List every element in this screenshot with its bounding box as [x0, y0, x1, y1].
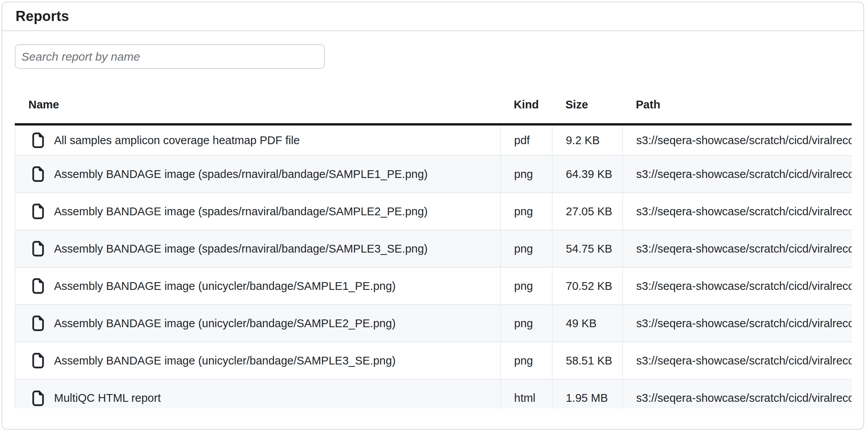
report-size: 49 KB	[552, 305, 623, 342]
file-icon	[32, 353, 44, 368]
table-header: Name Kind Size Path	[15, 86, 852, 124]
column-header-size: Size	[552, 86, 623, 124]
table-row[interactable]: Assembly BANDAGE image (spades/rnaviral/…	[15, 230, 852, 267]
report-kind: png	[500, 305, 552, 342]
file-icon	[32, 278, 44, 294]
report-path: s3://seqera-showcase/scratch/cicd/viralr…	[623, 124, 852, 155]
column-header-kind: Kind	[500, 86, 552, 124]
report-path: s3://seqera-showcase/scratch/cicd/viralr…	[623, 267, 852, 305]
report-name: All samples amplicon coverage heatmap PD…	[54, 134, 300, 147]
report-size: 27.05 KB	[552, 193, 623, 230]
column-header-name: Name	[15, 86, 500, 124]
report-size: 1.95 MB	[552, 379, 623, 408]
file-icon	[32, 241, 44, 256]
report-path: s3://seqera-showcase/scratch/cicd/viralr…	[623, 342, 852, 379]
report-kind: png	[500, 230, 552, 267]
report-size: 64.39 KB	[552, 155, 623, 193]
report-path: s3://seqera-showcase/scratch/cicd/viralr…	[623, 230, 852, 267]
file-icon	[32, 166, 44, 182]
file-icon	[32, 133, 44, 148]
table-row[interactable]: Assembly BANDAGE image (spades/rnaviral/…	[15, 193, 852, 230]
report-kind: png	[500, 267, 552, 305]
report-name: Assembly BANDAGE image (spades/rnaviral/…	[54, 168, 428, 181]
table-row[interactable]: Assembly BANDAGE image (unicycler/bandag…	[15, 305, 852, 342]
report-size: 58.51 KB	[552, 342, 623, 379]
report-path: s3://seqera-showcase/scratch/cicd/viralr…	[623, 193, 852, 230]
report-name: Assembly BANDAGE image (spades/rnaviral/…	[54, 242, 428, 255]
report-size: 54.75 KB	[552, 230, 623, 267]
report-path: s3://seqera-showcase/scratch/cicd/viralr…	[623, 155, 852, 193]
report-kind: png	[500, 155, 552, 193]
table-row[interactable]: All samples amplicon coverage heatmap PD…	[15, 124, 852, 155]
report-name: Assembly BANDAGE image (unicycler/bandag…	[54, 354, 396, 367]
column-header-path: Path	[623, 86, 852, 124]
report-name: Assembly BANDAGE image (unicycler/bandag…	[54, 317, 396, 330]
report-name: Assembly BANDAGE image (spades/rnaviral/…	[54, 205, 428, 218]
report-path: s3://seqera-showcase/scratch/cicd/viralr…	[623, 379, 852, 408]
file-icon	[32, 391, 44, 406]
report-kind: html	[500, 379, 552, 408]
table-row[interactable]: MultiQC HTML report html 1.95 MB s3://se…	[15, 379, 852, 408]
table-row[interactable]: Assembly BANDAGE image (unicycler/bandag…	[15, 342, 852, 379]
reports-panel: Reports Name Kind Size Path	[2, 2, 864, 430]
page-title: Reports	[16, 8, 69, 24]
search-input[interactable]	[15, 44, 325, 69]
file-icon	[32, 316, 44, 331]
panel-header: Reports	[2, 2, 863, 31]
panel-body: Name Kind Size Path All samples amplicon…	[2, 31, 863, 408]
report-name: MultiQC HTML report	[54, 392, 161, 405]
reports-table-container: Name Kind Size Path All samples amplicon…	[15, 86, 852, 408]
report-kind: pdf	[500, 124, 552, 155]
reports-table: Name Kind Size Path All samples amplicon…	[15, 86, 852, 408]
report-size: 70.52 KB	[552, 267, 623, 305]
report-size: 9.2 KB	[552, 124, 623, 155]
report-name: Assembly BANDAGE image (unicycler/bandag…	[54, 280, 396, 293]
file-icon	[32, 204, 44, 219]
table-row[interactable]: Assembly BANDAGE image (spades/rnaviral/…	[15, 155, 852, 193]
reports-table-body: All samples amplicon coverage heatmap PD…	[15, 124, 852, 408]
report-kind: png	[500, 342, 552, 379]
table-row[interactable]: Assembly BANDAGE image (unicycler/bandag…	[15, 267, 852, 305]
report-path: s3://seqera-showcase/scratch/cicd/viralr…	[623, 305, 852, 342]
report-kind: png	[500, 193, 552, 230]
